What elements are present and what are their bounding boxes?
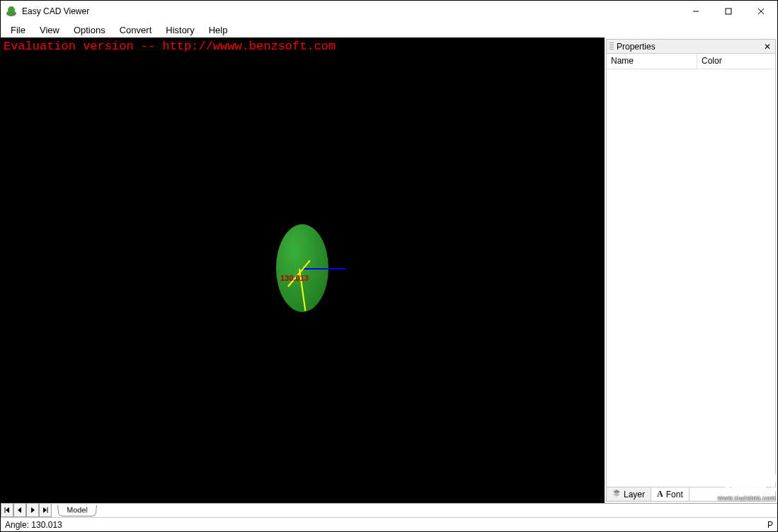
nav-prev-button[interactable]	[13, 504, 26, 517]
window-title: Easy CAD Viewer	[22, 6, 89, 16]
font-icon: A	[657, 489, 663, 499]
evaluation-watermark: Evaluation version -- http://wwww.benzso…	[4, 40, 336, 53]
minimize-button[interactable]	[680, 1, 712, 22]
properties-columns: Name Color	[607, 54, 775, 69]
menu-history[interactable]: History	[159, 23, 201, 37]
svg-marker-12	[43, 507, 47, 513]
axis-x	[302, 268, 345, 270]
grip-icon	[610, 42, 614, 51]
properties-body	[607, 69, 775, 487]
svg-rect-3	[726, 8, 731, 14]
angle-value-label: 130.013	[280, 274, 309, 282]
svg-marker-11	[31, 507, 35, 513]
properties-close-button[interactable]: ✕	[762, 42, 772, 52]
menu-view[interactable]: View	[33, 23, 67, 37]
statusbar: Angle: 130.013 P	[1, 517, 777, 531]
maximize-button[interactable]	[712, 1, 745, 22]
menu-convert[interactable]: Convert	[113, 23, 159, 37]
layers-icon	[612, 489, 621, 499]
properties-footer-tabs: Layer A Font	[607, 487, 775, 501]
column-name[interactable]: Name	[607, 54, 697, 69]
menu-file[interactable]: File	[4, 23, 33, 37]
menu-options[interactable]: Options	[67, 23, 113, 37]
svg-marker-9	[6, 507, 9, 513]
tab-layer[interactable]: Layer	[607, 487, 651, 501]
close-button[interactable]	[745, 1, 777, 22]
column-color[interactable]: Color	[697, 54, 775, 69]
svg-marker-7	[613, 492, 620, 497]
nav-last-button[interactable]	[39, 504, 52, 517]
nav-first-button[interactable]	[1, 504, 13, 517]
nav-next-button[interactable]	[26, 504, 39, 517]
status-angle: Angle: 130.013	[5, 520, 62, 530]
content-area: Evaluation version -- http://wwww.benzso…	[1, 37, 777, 503]
titlebar: Easy CAD Viewer	[1, 1, 777, 22]
properties-title: Properties	[617, 42, 762, 52]
tab-layer-label: Layer	[624, 490, 645, 499]
app-icon	[5, 5, 18, 18]
properties-panel: Properties ✕ Name Color Layer A Font	[606, 39, 776, 502]
svg-marker-10	[18, 507, 21, 513]
tab-font[interactable]: A Font	[651, 487, 690, 501]
tab-font-label: Font	[666, 490, 683, 499]
menu-help[interactable]: Help	[202, 23, 235, 37]
tab-model[interactable]: Model	[57, 505, 97, 516]
bottom-bar: Model	[1, 503, 777, 517]
svg-point-1	[8, 6, 15, 13]
status-right: P	[767, 520, 773, 530]
layout-tab-strip: Model	[52, 504, 777, 517]
cad-viewport[interactable]: Evaluation version -- http://wwww.benzso…	[1, 37, 605, 503]
properties-header[interactable]: Properties ✕	[607, 40, 775, 54]
menubar: File View Options Convert History Help	[1, 22, 777, 37]
